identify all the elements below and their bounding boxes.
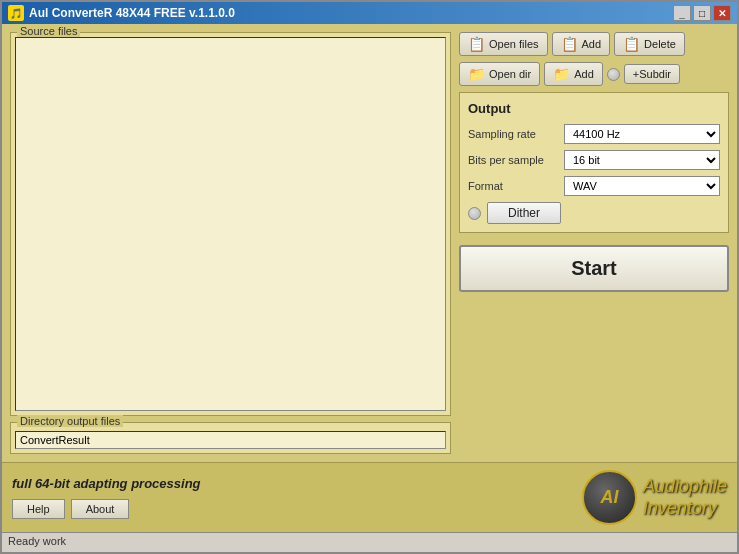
- dir-btn-row: 📁 Open dir 📁 Add +Subdir: [459, 62, 729, 86]
- title-controls: _ □ ✕: [673, 5, 731, 21]
- source-files-group: Source files: [10, 32, 451, 416]
- dir-output-input[interactable]: [15, 431, 446, 449]
- add-dir-icon: 📁: [553, 66, 570, 82]
- window-title: Aul ConverteR 48X44 FREE v.1.1.0.0: [29, 6, 235, 20]
- main-window: 🎵 Aul ConverteR 48X44 FREE v.1.1.0.0 _ □…: [0, 0, 739, 554]
- minimize-button[interactable]: _: [673, 5, 691, 21]
- start-button[interactable]: Start: [459, 245, 729, 292]
- files-btn-row: 📋 Open files 📋 Add 📋 Delete: [459, 32, 729, 56]
- close-button[interactable]: ✕: [713, 5, 731, 21]
- bits-per-sample-row: Bits per sample 16 bit 24 bit 32 bit: [468, 150, 720, 170]
- output-group: Output Sampling rate 44100 Hz 48000 Hz 2…: [459, 92, 729, 233]
- delete-icon: 📋: [623, 36, 640, 52]
- right-panel: 📋 Open files 📋 Add 📋 Delete 📁 Open dir: [459, 32, 729, 454]
- bottom-bar: full 64-bit adapting processing Help Abo…: [2, 462, 737, 532]
- dir-output-group: Directory output files: [10, 422, 451, 454]
- delete-button[interactable]: 📋 Delete: [614, 32, 685, 56]
- subdir-radio[interactable]: [607, 68, 620, 81]
- bottom-left: full 64-bit adapting processing Help Abo…: [12, 476, 201, 519]
- format-select[interactable]: WAV MP3 FLAC: [564, 176, 720, 196]
- help-button[interactable]: Help: [12, 499, 65, 519]
- open-files-icon: 📋: [468, 36, 485, 52]
- source-files-list[interactable]: [15, 37, 446, 411]
- sampling-rate-row: Sampling rate 44100 Hz 48000 Hz 22050 Hz: [468, 124, 720, 144]
- sampling-rate-label: Sampling rate: [468, 128, 558, 140]
- app-icon: 🎵: [8, 5, 24, 21]
- output-title: Output: [468, 101, 720, 116]
- main-content: Source files Directory output files 📋 Op…: [2, 24, 737, 462]
- maximize-button[interactable]: □: [693, 5, 711, 21]
- open-dir-icon: 📁: [468, 66, 485, 82]
- logo-area: AI Audiophile Inventory: [582, 470, 727, 525]
- source-files-label: Source files: [17, 25, 80, 37]
- left-panel: Source files Directory output files: [10, 32, 451, 454]
- about-button[interactable]: About: [71, 499, 130, 519]
- format-label: Format: [468, 180, 558, 192]
- add-files-icon: 📋: [561, 36, 578, 52]
- open-files-button[interactable]: 📋 Open files: [459, 32, 548, 56]
- dither-button[interactable]: Dither: [487, 202, 561, 224]
- title-bar-left: 🎵 Aul ConverteR 48X44 FREE v.1.1.0.0: [8, 5, 235, 21]
- logo-text: Audiophile Inventory: [643, 476, 727, 519]
- processing-text: full 64-bit adapting processing: [12, 476, 201, 491]
- status-text: Ready work: [8, 535, 66, 547]
- open-dir-button[interactable]: 📁 Open dir: [459, 62, 540, 86]
- dither-radio[interactable]: [468, 207, 481, 220]
- dither-row: Dither: [468, 202, 720, 224]
- format-row: Format WAV MP3 FLAC: [468, 176, 720, 196]
- add-files-button[interactable]: 📋 Add: [552, 32, 611, 56]
- status-bar: Ready work: [2, 532, 737, 552]
- bits-per-sample-label: Bits per sample: [468, 154, 558, 166]
- add-dir-button[interactable]: 📁 Add: [544, 62, 603, 86]
- dir-output-label: Directory output files: [17, 415, 123, 427]
- logo-circle: AI: [582, 470, 637, 525]
- title-bar: 🎵 Aul ConverteR 48X44 FREE v.1.1.0.0 _ □…: [2, 2, 737, 24]
- sampling-rate-select[interactable]: 44100 Hz 48000 Hz 22050 Hz: [564, 124, 720, 144]
- bits-per-sample-select[interactable]: 16 bit 24 bit 32 bit: [564, 150, 720, 170]
- bottom-buttons: Help About: [12, 499, 201, 519]
- subdir-button[interactable]: +Subdir: [624, 64, 680, 84]
